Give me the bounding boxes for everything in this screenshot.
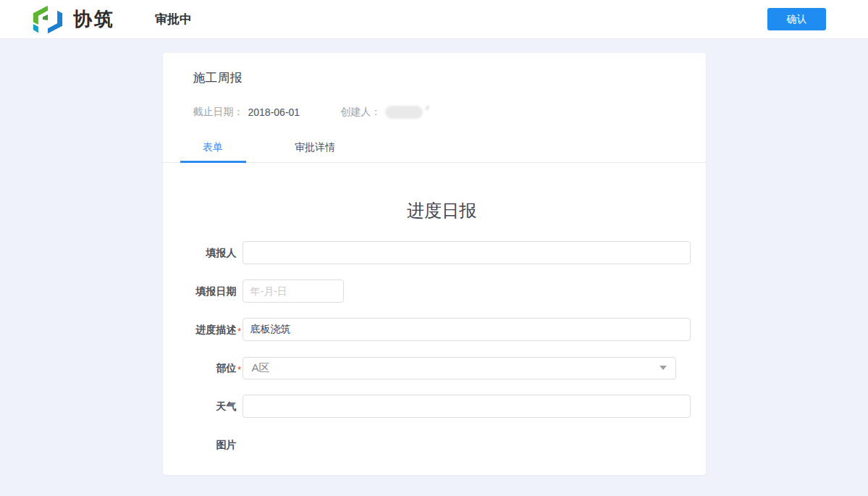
app-logo: 协筑: [28, 4, 115, 35]
tab-approval-details[interactable]: 审批详情: [282, 135, 348, 162]
marker-spacer: [237, 251, 243, 254]
logo-text: 协筑: [73, 7, 115, 32]
report-title: 施工周报: [193, 70, 675, 86]
report-date-input[interactable]: [243, 279, 344, 303]
deadline-item: 截止日期： 2018-06-01: [193, 106, 300, 119]
confirm-button[interactable]: 确认: [767, 8, 826, 30]
progress-description-label: 进度描述: [193, 318, 237, 341]
reporter-label: 填报人: [193, 241, 237, 264]
daily-report-form: 进度日报 填报人 填报日期 进度描述 * 部位 *: [163, 199, 706, 456]
reporter-input[interactable]: [243, 241, 691, 264]
deadline-value: 2018-06-01: [248, 106, 300, 118]
creator-label: 创建人：: [340, 106, 381, 119]
form-title: 进度日报: [193, 199, 691, 222]
field-row-reporter: 填报人: [193, 241, 691, 264]
image-label: 图片: [193, 433, 237, 456]
marker-spacer: [237, 290, 243, 293]
required-marker: *: [237, 361, 243, 375]
field-row-image: 图片: [193, 433, 691, 456]
card-header: 施工周报 截止日期： 2018-06-01 创建人：: [163, 53, 706, 119]
chevron-down-icon: [660, 366, 667, 370]
report-date-label: 填报日期: [193, 279, 237, 303]
location-select-value: A区: [252, 361, 270, 375]
field-row-progress-description: 进度描述 *: [193, 318, 691, 341]
weather-label: 天气: [193, 395, 237, 418]
field-row-weather: 天气: [193, 395, 691, 418]
approval-card: 施工周报 截止日期： 2018-06-01 创建人： 表单 审批详情 进度日报 …: [163, 53, 706, 475]
top-header: 协筑 审批中 确认: [0, 0, 868, 39]
field-row-report-date: 填报日期: [193, 279, 691, 303]
page-title: 审批中: [155, 11, 192, 28]
field-row-location: 部位 * A区: [193, 356, 691, 379]
progress-description-input[interactable]: [243, 318, 691, 341]
location-select[interactable]: A区: [243, 357, 676, 379]
creator-item: 创建人：: [340, 106, 423, 119]
redacted-creator-name: [385, 106, 423, 119]
main-content: 施工周报 截止日期： 2018-06-01 创建人： 表单 审批详情 进度日报 …: [0, 39, 868, 475]
location-label: 部位: [193, 356, 237, 379]
marker-spacer: [237, 405, 243, 408]
xiezhu-logo-icon: [28, 4, 68, 35]
weather-input[interactable]: [243, 395, 691, 418]
required-marker: *: [237, 323, 243, 337]
tab-bar: 表单 审批详情: [163, 135, 706, 163]
tab-form[interactable]: 表单: [180, 135, 246, 162]
deadline-label: 截止日期：: [193, 106, 244, 119]
report-meta: 截止日期： 2018-06-01 创建人：: [193, 106, 675, 119]
